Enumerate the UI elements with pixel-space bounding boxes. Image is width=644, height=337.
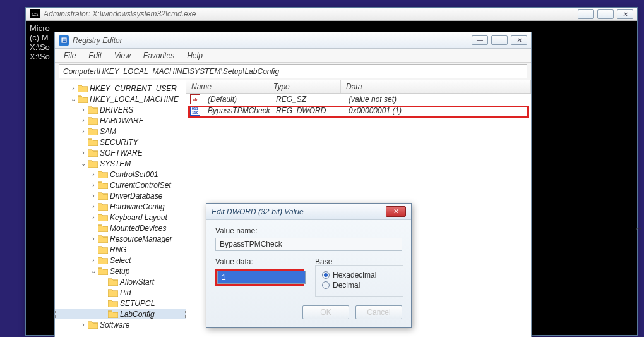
folder-icon	[98, 224, 108, 232]
tree-item-labconfig[interactable]: LabConfig	[55, 309, 186, 319]
tree-item-resourcemanager[interactable]: ›ResourceManager	[55, 233, 186, 244]
chevron-right-icon[interactable]: ›	[79, 127, 88, 136]
dlg-close-button[interactable]: ✕	[386, 206, 406, 217]
tree-item-label: MountedDevices	[110, 224, 166, 233]
col-name[interactable]: Name	[186, 80, 268, 93]
folder-icon	[108, 288, 118, 297]
value-name-field: BypassTPMCheck	[215, 238, 402, 251]
tree-item-label: DriverDatabase	[110, 192, 162, 200]
regedit-min-button[interactable]: —	[472, 35, 488, 45]
tree-item-mounteddevices[interactable]: MountedDevices	[55, 223, 186, 233]
dlg-ok-button[interactable]: OK	[302, 305, 349, 319]
menu-help[interactable]: Help	[181, 50, 209, 61]
tree-item-label: HKEY_LOCAL_MACHINE	[90, 95, 179, 104]
chevron-right-icon[interactable]: ›	[89, 192, 98, 200]
folder-icon	[108, 310, 118, 318]
cell-type: REG_DWORD	[271, 106, 343, 115]
tree-item-software[interactable]: ›SOFTWARE	[55, 147, 186, 158]
folder-icon	[98, 267, 108, 275]
tree-item-hardware[interactable]: ›HARDWARE	[55, 115, 186, 126]
tree-item-software[interactable]: ›Software	[55, 319, 186, 330]
chevron-right-icon[interactable]: ›	[89, 181, 98, 190]
tree-item-setupcl[interactable]: SETUPCL	[55, 298, 186, 309]
chevron-right-icon[interactable]: ›	[89, 235, 98, 243]
chevron-right-icon[interactable]: ›	[89, 202, 98, 211]
chevron-right-icon[interactable]: ›	[79, 149, 88, 157]
tree-item-drivers[interactable]: ›DRIVERS	[55, 104, 186, 115]
tree-item-hkey_local_machine[interactable]: ⌄HKEY_LOCAL_MACHINE	[55, 94, 186, 104]
chevron-right-icon[interactable]: ›	[89, 256, 98, 265]
tree-item-controlset001[interactable]: ›ControlSet001	[55, 169, 186, 180]
tree-item-hkey_current_user[interactable]: ›HKEY_CURRENT_USER	[55, 83, 186, 94]
tree-item-keyboard-layout[interactable]: ›Keyboard Layout	[55, 212, 186, 223]
dlg-titlebar[interactable]: Edit DWORD (32-bit) Value ✕	[206, 204, 411, 220]
regedit-titlebar[interactable]: Registry Editor — □ ✕	[55, 32, 531, 49]
chevron-down-icon[interactable]: ⌄	[89, 267, 98, 276]
folder-icon	[108, 278, 118, 286]
cell-name: BypassTPMCheck	[203, 106, 271, 115]
menu-favorites[interactable]: Favorites	[137, 50, 181, 61]
regedit-tree[interactable]: ›HKEY_CURRENT_USER⌄HKEY_LOCAL_MACHINE›DR…	[55, 80, 186, 337]
chevron-right-icon[interactable]: ›	[89, 170, 98, 179]
tree-item-sam[interactable]: ›SAM	[55, 126, 186, 137]
chevron-down-icon[interactable]: ⌄	[69, 95, 78, 104]
chevron-down-icon[interactable]: ⌄	[79, 159, 88, 168]
regedit-close-button[interactable]: ✕	[511, 35, 527, 45]
cell-type: REG_SZ	[271, 95, 343, 104]
tree-item-pid[interactable]: Pid	[55, 287, 186, 298]
cmd-body[interactable]: Micro (c) M X:\So X:\So Registry Editor …	[26, 21, 637, 335]
col-data[interactable]: Data	[341, 80, 531, 93]
menu-view[interactable]: View	[108, 50, 137, 61]
tree-item-select[interactable]: ›Select	[55, 255, 186, 266]
tree-spacer	[99, 299, 108, 308]
chevron-right-icon[interactable]: ›	[89, 213, 98, 222]
tree-item-driverdatabase[interactable]: ›DriverDatabase	[55, 190, 186, 201]
dlg-cancel-button[interactable]: Cancel	[355, 305, 402, 319]
col-type[interactable]: Type	[268, 80, 341, 93]
folder-icon	[108, 299, 118, 307]
tree-spacer	[99, 288, 108, 297]
radio-hex-icon	[322, 271, 330, 279]
cmd-icon: C:\	[30, 9, 40, 18]
cell-name: (Default)	[203, 95, 271, 104]
dlg-title-text: Edit DWORD (32-bit) Value	[212, 207, 304, 216]
tree-item-label: CurrentControlSet	[110, 181, 171, 190]
tree-item-security[interactable]: SECURITY	[55, 137, 186, 147]
tree-item-label: ControlSet001	[110, 170, 158, 179]
tree-item-hardwareconfig[interactable]: ›HardwareConfig	[55, 201, 186, 212]
menu-edit[interactable]: Edit	[82, 50, 108, 61]
folder-icon	[78, 84, 88, 92]
chevron-right-icon[interactable]: ›	[79, 106, 88, 114]
radio-dec[interactable]: Decimal	[322, 281, 397, 290]
cmd-close-button[interactable]: ✕	[617, 9, 633, 19]
regedit-address-bar[interactable]: Computer\HKEY_LOCAL_MACHINE\SYSTEM\Setup…	[59, 64, 527, 78]
folder-icon	[88, 116, 98, 125]
radio-hex[interactable]: Hexadecimal	[322, 271, 397, 279]
list-row[interactable]: 011 110BypassTPMCheckREG_DWORD0x00000001…	[186, 105, 531, 116]
radio-dec-icon	[322, 281, 330, 289]
chevron-right-icon[interactable]: ›	[79, 321, 88, 329]
cmd-min-button[interactable]: —	[578, 9, 594, 19]
regedit-icon	[59, 35, 69, 46]
tree-item-label: SETUPCL	[120, 299, 155, 308]
svg-rect-2	[62, 40, 66, 42]
cmd-titlebar[interactable]: C:\ Administrator: X:\windows\system32\c…	[26, 8, 637, 21]
folder-icon	[98, 256, 108, 264]
tree-item-currentcontrolset[interactable]: ›CurrentControlSet	[55, 180, 186, 190]
tree-item-label: SAM	[100, 127, 116, 136]
folder-icon	[98, 213, 108, 221]
regedit-max-button[interactable]: □	[491, 35, 508, 45]
menu-file[interactable]: File	[57, 50, 82, 61]
value-data-input[interactable]	[217, 271, 306, 284]
cmd-max-button[interactable]: □	[597, 9, 614, 19]
list-header: Name Type Data	[186, 80, 531, 94]
tree-item-system[interactable]: ⌄SYSTEM	[55, 158, 186, 169]
tree-item-setup[interactable]: ⌄Setup	[55, 266, 186, 276]
tree-item-allowstart[interactable]: AllowStart	[55, 276, 186, 287]
folder-icon	[98, 202, 108, 211]
regedit-menubar: File Edit View Favorites Help	[55, 49, 531, 63]
tree-item-rng[interactable]: RNG	[55, 244, 186, 255]
list-row[interactable]: ab(Default)REG_SZ(value not set)	[186, 94, 531, 105]
chevron-right-icon[interactable]: ›	[69, 84, 78, 93]
chevron-right-icon[interactable]: ›	[79, 116, 88, 125]
